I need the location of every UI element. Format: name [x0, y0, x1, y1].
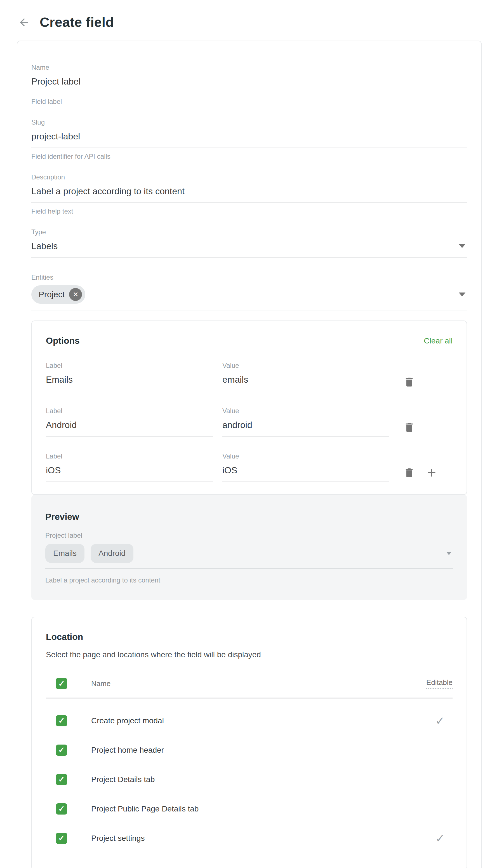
editable-check-icon: ✓ — [435, 714, 445, 727]
table-divider — [46, 698, 453, 699]
option-label-input[interactable]: iOS — [46, 465, 213, 476]
location-checkbox[interactable]: ✓ — [56, 803, 67, 815]
input-underline — [46, 391, 213, 391]
location-name: Project Details tab — [91, 775, 155, 784]
option-row-actions — [403, 362, 453, 389]
option-label-caption: Label — [46, 452, 213, 460]
type-select[interactable]: Labels — [31, 240, 467, 252]
input-underline — [46, 436, 213, 437]
option-row-actions — [403, 452, 453, 479]
delete-option-button[interactable] — [403, 376, 415, 388]
form-card: Name Project label Field label Slug proj… — [17, 40, 482, 868]
location-table-header: ✓ Name Editable — [46, 678, 453, 689]
options-rows: Label Emails Value emails Label Android … — [46, 362, 453, 482]
input-underline — [31, 257, 467, 258]
arrow-left-icon — [18, 16, 30, 28]
location-rows: ✓ Create project modal ✓ ✓ Project home … — [46, 706, 453, 853]
option-label-caption: Label — [46, 362, 213, 369]
name-input[interactable]: Project label — [31, 76, 467, 87]
chevron-down-icon — [459, 244, 465, 248]
option-value-caption: Value — [222, 452, 389, 460]
location-title: Location — [46, 632, 453, 642]
check-icon: ✓ — [58, 804, 65, 813]
option-label-col: Label Android — [46, 407, 213, 437]
delete-option-button[interactable] — [403, 467, 415, 479]
input-underline — [46, 481, 213, 482]
option-value-input[interactable]: emails — [222, 374, 389, 385]
options-header: Options Clear all — [46, 336, 453, 346]
option-value-caption: Value — [222, 362, 389, 369]
clear-all-button[interactable]: Clear all — [424, 336, 453, 345]
chevron-down-icon — [447, 552, 451, 555]
location-name: Project home header — [91, 746, 164, 754]
location-checkbox[interactable]: ✓ — [56, 715, 67, 726]
input-underline — [31, 202, 467, 203]
entity-chip: Project ✕ — [31, 285, 85, 304]
delete-option-button[interactable] — [403, 421, 415, 433]
option-label-col: Label iOS — [46, 452, 213, 482]
input-underline — [222, 481, 389, 482]
name-field: Name Project label Field label — [31, 63, 467, 106]
option-value-col: Value android — [222, 407, 389, 437]
location-section: Location Select the page and locations w… — [31, 617, 467, 868]
check-icon: ✓ — [58, 775, 65, 784]
option-value-caption: Value — [222, 407, 389, 415]
page-header: Create field — [0, 0, 499, 30]
options-section: Options Clear all Label Emails Value ema… — [31, 321, 467, 495]
location-name: Create project modal — [91, 716, 164, 725]
input-underline — [31, 93, 467, 93]
select-all-checkbox[interactable]: ✓ — [56, 678, 67, 689]
editable-check-icon: ✓ — [435, 832, 445, 845]
description-input[interactable]: Label a project according to its content — [31, 186, 467, 197]
preview-field-label: Project label — [45, 532, 453, 539]
type-field: Type Labels — [31, 228, 467, 258]
option-label-input[interactable]: Android — [46, 419, 213, 430]
slug-label: Slug — [31, 118, 467, 126]
option-value-input[interactable]: android — [222, 419, 389, 430]
column-header-name: Name — [91, 679, 110, 688]
location-checkbox[interactable]: ✓ — [56, 833, 67, 844]
entities-select[interactable]: Project ✕ — [31, 285, 467, 304]
preview-section: Preview Project label Emails Android Lab… — [31, 495, 467, 600]
name-label: Name — [31, 63, 467, 71]
location-row: ✓ Project Details tab ✓ — [46, 765, 453, 794]
option-value-col: Value emails — [222, 362, 389, 391]
option-label-caption: Label — [46, 407, 213, 415]
entities-field: Entities Project ✕ — [31, 273, 467, 310]
option-value-input[interactable]: iOS — [222, 465, 389, 476]
location-row: ✓ Create project modal ✓ — [46, 706, 453, 735]
add-option-button[interactable] — [425, 466, 438, 479]
preview-title: Preview — [45, 512, 453, 522]
preview-helper-text: Label a project according to its content — [45, 576, 453, 584]
preview-chip: Emails — [45, 544, 84, 563]
options-title: Options — [46, 336, 80, 346]
remove-entity-icon[interactable]: ✕ — [69, 288, 82, 301]
slug-field: Slug project-label Field identifier for … — [31, 118, 467, 160]
description-field: Description Label a project according to… — [31, 173, 467, 215]
check-icon: ✓ — [58, 834, 65, 843]
slug-input[interactable]: project-label — [31, 131, 467, 142]
location-checkbox[interactable]: ✓ — [56, 774, 67, 785]
location-row: ✓ Project home header ✓ — [46, 735, 453, 765]
create-field-page: Create field Name Project label Field la… — [0, 0, 499, 868]
location-name: Project Public Page Details tab — [91, 805, 198, 813]
description-helper-text: Field help text — [31, 207, 467, 215]
name-helper-text: Field label — [31, 98, 467, 106]
trash-icon — [403, 421, 415, 433]
preview-select[interactable]: Emails Android — [45, 544, 453, 563]
column-header-editable: Editable — [426, 678, 453, 689]
check-icon: ✓ — [58, 746, 65, 754]
location-name: Project settings — [91, 834, 145, 843]
option-label-input[interactable]: Emails — [46, 374, 213, 385]
check-icon: ✓ — [58, 716, 65, 725]
back-button[interactable] — [17, 16, 31, 29]
option-row-actions — [403, 407, 453, 434]
plus-icon — [425, 466, 438, 479]
location-row: ✓ Project settings ✓ — [46, 823, 453, 853]
type-value: Labels — [31, 240, 58, 252]
type-label: Type — [31, 228, 467, 236]
input-underline — [222, 391, 389, 391]
input-underline — [222, 436, 389, 437]
location-checkbox[interactable]: ✓ — [56, 745, 67, 756]
chevron-down-icon — [459, 293, 465, 296]
